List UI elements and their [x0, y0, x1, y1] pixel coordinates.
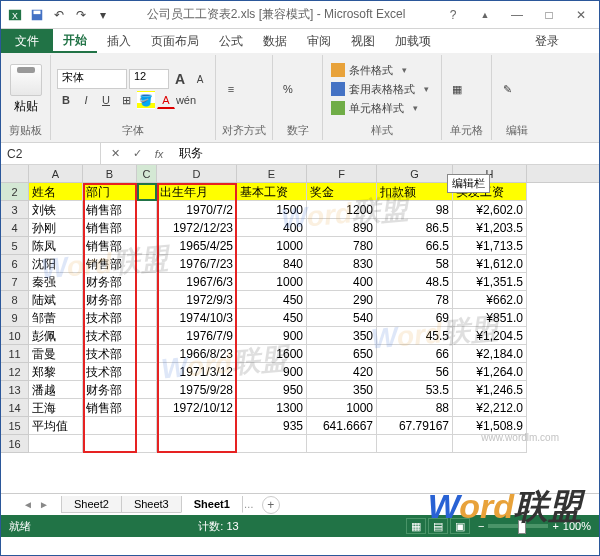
- cell[interactable]: 840: [237, 255, 307, 273]
- spreadsheet-grid[interactable]: A B C D E F G H 2345678910111213141516 姓…: [1, 165, 599, 493]
- undo-icon[interactable]: ↶: [49, 5, 69, 25]
- conditional-format-button[interactable]: 条件格式▾: [329, 61, 435, 79]
- tab-data[interactable]: 数据: [253, 29, 297, 53]
- cell[interactable]: 1965/4/25: [157, 237, 237, 255]
- cell[interactable]: 400: [237, 219, 307, 237]
- redo-icon[interactable]: ↷: [71, 5, 91, 25]
- cell[interactable]: 1971/3/12: [157, 363, 237, 381]
- cell[interactable]: 450: [237, 291, 307, 309]
- cell[interactable]: 1972/9/3: [157, 291, 237, 309]
- close-icon[interactable]: ✕: [567, 5, 595, 25]
- cell[interactable]: 350: [307, 327, 377, 345]
- cell[interactable]: 350: [307, 381, 377, 399]
- cell[interactable]: ¥1,204.5: [453, 327, 527, 345]
- tab-login[interactable]: 登录: [525, 29, 569, 53]
- qat-customize-icon[interactable]: ▾: [93, 5, 113, 25]
- tab-review[interactable]: 审阅: [297, 29, 341, 53]
- row-header[interactable]: 7: [1, 273, 29, 291]
- cells-area[interactable]: 姓名部门出生年月基本工资奖金扣款额实发工资刘铁销售部1970/7/2150012…: [29, 183, 527, 453]
- cell[interactable]: 66.5: [377, 237, 453, 255]
- bold-button[interactable]: B: [57, 91, 75, 109]
- cell[interactable]: 陈凤: [29, 237, 83, 255]
- tab-layout[interactable]: 页面布局: [141, 29, 209, 53]
- minimize-icon[interactable]: —: [503, 5, 531, 25]
- ribbon-options-icon[interactable]: ▲: [471, 5, 499, 25]
- cell[interactable]: [137, 291, 157, 309]
- cell[interactable]: [137, 237, 157, 255]
- maximize-icon[interactable]: □: [535, 5, 563, 25]
- shrink-font-button[interactable]: A: [191, 70, 209, 88]
- font-color-button[interactable]: A: [157, 91, 175, 109]
- cell[interactable]: 技术部: [83, 309, 137, 327]
- cell[interactable]: 58: [377, 255, 453, 273]
- cell[interactable]: [157, 417, 237, 435]
- cell[interactable]: 45.5: [377, 327, 453, 345]
- tab-insert[interactable]: 插入: [97, 29, 141, 53]
- cell[interactable]: 1967/6/3: [157, 273, 237, 291]
- cell[interactable]: 姓名: [29, 183, 83, 201]
- cell[interactable]: 890: [307, 219, 377, 237]
- cell[interactable]: [29, 435, 83, 453]
- sheet-nav-next[interactable]: ►: [37, 498, 51, 512]
- cell[interactable]: 销售部: [83, 399, 137, 417]
- tab-addin[interactable]: 加载项: [385, 29, 441, 53]
- row-header[interactable]: 8: [1, 291, 29, 309]
- cell[interactable]: [307, 435, 377, 453]
- col-header[interactable]: E: [237, 165, 307, 182]
- cell[interactable]: 基本工资: [237, 183, 307, 201]
- cell[interactable]: 财务部: [83, 381, 137, 399]
- cell[interactable]: 技术部: [83, 345, 137, 363]
- grow-font-button[interactable]: A: [171, 70, 189, 88]
- cell[interactable]: ¥1,612.0: [453, 255, 527, 273]
- cell[interactable]: 1200: [307, 201, 377, 219]
- cell[interactable]: 900: [237, 363, 307, 381]
- cell[interactable]: ¥2,212.0: [453, 399, 527, 417]
- cell[interactable]: 财务部: [83, 291, 137, 309]
- cells-icon[interactable]: ▦: [448, 80, 466, 98]
- cell[interactable]: 秦强: [29, 273, 83, 291]
- tab-view[interactable]: 视图: [341, 29, 385, 53]
- row-header[interactable]: 15: [1, 417, 29, 435]
- cell[interactable]: 财务部: [83, 273, 137, 291]
- sheet-tab[interactable]: Sheet1: [181, 496, 243, 513]
- cell[interactable]: 技术部: [83, 327, 137, 345]
- row-header[interactable]: 5: [1, 237, 29, 255]
- cell[interactable]: 销售部: [83, 255, 137, 273]
- tab-home[interactable]: 开始: [53, 29, 97, 53]
- cell[interactable]: 孙刚: [29, 219, 83, 237]
- cell[interactable]: [137, 399, 157, 417]
- cell[interactable]: 王海: [29, 399, 83, 417]
- cell[interactable]: 1000: [237, 273, 307, 291]
- font-size-select[interactable]: 12: [129, 69, 169, 89]
- formula-bar[interactable]: 职务: [173, 145, 599, 162]
- phonetic-button[interactable]: wén: [177, 91, 195, 109]
- cell[interactable]: [137, 417, 157, 435]
- cell[interactable]: 邹蕾: [29, 309, 83, 327]
- cell[interactable]: 1976/7/23: [157, 255, 237, 273]
- col-header[interactable]: F: [307, 165, 377, 182]
- cell[interactable]: 1000: [307, 399, 377, 417]
- cell[interactable]: 86.5: [377, 219, 453, 237]
- cell[interactable]: [137, 327, 157, 345]
- cell[interactable]: 48.5: [377, 273, 453, 291]
- cell[interactable]: 1000: [237, 237, 307, 255]
- cell[interactable]: 69: [377, 309, 453, 327]
- cell[interactable]: [137, 201, 157, 219]
- cell[interactable]: [137, 435, 157, 453]
- cell[interactable]: [157, 435, 237, 453]
- cell[interactable]: 1600: [237, 345, 307, 363]
- sheet-nav-prev[interactable]: ◄: [21, 498, 35, 512]
- cell[interactable]: ¥1,713.5: [453, 237, 527, 255]
- cell[interactable]: ¥1,264.0: [453, 363, 527, 381]
- cell[interactable]: ¥2,602.0: [453, 201, 527, 219]
- row-header[interactable]: 4: [1, 219, 29, 237]
- cell[interactable]: 66: [377, 345, 453, 363]
- select-all-corner[interactable]: [1, 165, 29, 182]
- row-header[interactable]: 10: [1, 327, 29, 345]
- cell[interactable]: 1976/7/9: [157, 327, 237, 345]
- tab-formula[interactable]: 公式: [209, 29, 253, 53]
- cell[interactable]: 98: [377, 201, 453, 219]
- cell[interactable]: 900: [237, 327, 307, 345]
- cell[interactable]: [377, 435, 453, 453]
- cell[interactable]: 780: [307, 237, 377, 255]
